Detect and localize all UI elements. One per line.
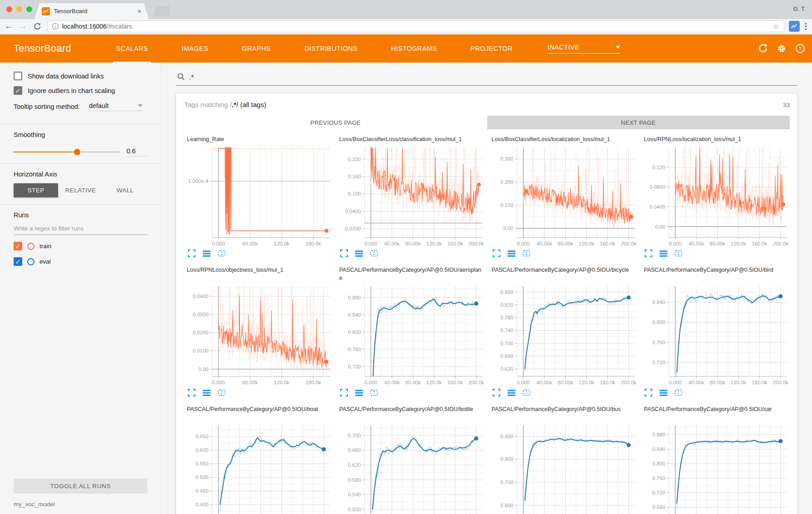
svg-text:0.840: 0.840 [348,312,361,318]
svg-text:-0.0200: -0.0200 [343,226,361,231]
extension-icon[interactable] [789,21,800,32]
close-window-button[interactable] [6,6,12,12]
axis-button-relative[interactable]: RELATIVE [58,183,103,197]
tab-histograms[interactable]: HISTOGRAMS [374,34,454,63]
run-color-swatch[interactable] [27,243,34,250]
svg-text:0.0300: 0.0300 [193,312,209,318]
fit-domain-button[interactable] [523,389,530,397]
svg-text:0.660: 0.660 [348,447,361,453]
address-bar[interactable]: i localhost:16006/#scalars ☆ [47,20,784,32]
slider-thumb[interactable] [74,149,80,155]
chart-title: PASCAL/PerformanceByCategory/AP@0.5IOU/b… [642,266,789,283]
forward-button[interactable]: → [17,22,29,31]
chart-data-button[interactable] [355,250,363,257]
expand-chart-button[interactable] [645,389,652,397]
svg-text:0.620: 0.620 [348,462,361,468]
svg-text:120.0k: 120.0k [274,241,290,246]
chart-plot[interactable]: 0.3000.2000.1000.000.00040.00k80.00k120.… [490,145,639,248]
chart-plot[interactable]: 0.9000.8000.7000.6000.00040.00k80.00k120… [490,423,639,514]
chart-plot[interactable]: 0.2200.1600.1000.0400-0.02000.00040.00k8… [338,145,486,248]
fit-domain-button[interactable] [218,250,225,257]
fit-domain-button[interactable] [218,389,225,397]
expand-chart-button[interactable] [188,250,196,257]
search-value: .* [189,73,194,81]
expand-chart-button[interactable] [493,389,500,397]
help-button[interactable]: ? [795,43,806,54]
runs-filter-input[interactable]: Write a regex to filter runs [14,225,147,235]
fit-domain-button[interactable] [370,389,378,397]
chart-plot[interactable]: 0.8800.8400.8000.7600.7200.6800.00040.00… [642,423,791,514]
scalar-chart: Loss/RPNLoss/objectness_loss/mul_1 0.040… [185,266,334,396]
tab-distributions[interactable]: DISTRIBUTIONS [288,34,374,63]
main-panel: .* Tags matching /.*/ (all tags) 33 PREV… [161,63,812,514]
chart-plot[interactable]: 1.000e-40.00060.00k120.0k180.0k [185,145,334,248]
chart-plot[interactable]: 0.8800.8400.8000.7600.7200.00040.00k80.0… [338,284,486,387]
fit-domain-button[interactable] [370,250,378,257]
ignore-outliers-checkbox[interactable]: ✓ [14,86,22,95]
smoothing-slider[interactable] [14,152,119,152]
chart-data-button[interactable] [355,389,363,397]
previous-page-button[interactable]: PREVIOUS PAGE [184,116,487,129]
fit-domain-button[interactable] [675,250,682,257]
fit-domain-button[interactable] [523,250,530,257]
chart-data-button[interactable] [508,250,515,257]
chart-plot[interactable]: 0.7000.6600.6200.5800.5400.5000.00040.00… [338,423,486,514]
svg-text:0.800: 0.800 [652,461,665,466]
svg-text:160.0k: 160.0k [600,241,616,246]
browser-tab[interactable]: TensorBoard × [34,3,149,19]
tag-search-input[interactable]: .* [176,69,797,86]
expand-chart-button[interactable] [188,389,196,397]
show-download-links-checkbox[interactable] [14,72,22,80]
browser-menu-button[interactable] [805,23,807,30]
new-tab-button[interactable] [153,6,170,16]
expand-chart-button[interactable] [340,250,348,257]
page-info-icon[interactable]: i [52,23,59,29]
runs-label: Runs [14,211,147,219]
chart-data-button[interactable] [660,250,667,257]
browser-profile-name: G. T. [793,5,806,12]
tab-close-icon[interactable]: × [137,8,142,15]
chart-plot[interactable]: 0.8600.8200.7800.7400.7000.6600.6200.000… [490,284,639,387]
bookmark-star-icon[interactable]: ☆ [773,22,779,31]
chart-plot[interactable]: 0.04000.03000.02000.01000.000.00060.00k1… [185,284,334,387]
reload-button[interactable] [32,21,43,32]
chart-data-button[interactable] [203,250,210,257]
run-color-swatch[interactable] [27,258,34,265]
chart-data-button[interactable] [508,389,515,397]
axis-button-wall[interactable]: WALL [103,183,147,197]
chart-data-button[interactable] [660,389,667,397]
svg-text:80.00k: 80.00k [710,380,726,386]
chart-data-button[interactable] [203,389,210,397]
expand-chart-button[interactable] [493,250,500,257]
back-button[interactable]: ← [3,22,15,31]
horizontal-axis-label: Horizontal Axis [14,171,147,178]
tooltip-sorting-dropdown[interactable]: default [89,102,142,111]
chart-plot[interactable]: 0.6500.6000.5500.5000.4500.4000.00040.00… [185,423,334,514]
tab-graphs[interactable]: GRAPHS [225,34,288,63]
expand-chart-button[interactable] [645,250,652,257]
inactive-dropdown[interactable]: INACTIVE [548,44,620,54]
chart-plot[interactable]: 0.8400.8000.7600.7200.00040.00k80.00k120… [642,284,791,387]
refresh-button[interactable] [758,43,768,54]
svg-text:0.880: 0.880 [348,295,361,300]
expand-chart-button[interactable] [340,389,348,397]
smoothing-value[interactable]: 0.6 [127,147,147,157]
settings-gear-icon[interactable] [776,43,787,54]
axis-button-step[interactable]: STEP [14,183,58,197]
runs-list: ✓ train ✓ eval [14,242,147,266]
url-text: localhost:16006/#scalars [62,23,769,30]
run-checkbox[interactable]: ✓ [14,242,22,250]
tab-images[interactable]: IMAGES [165,34,225,63]
tab-projector[interactable]: PROJECTOR [454,34,529,63]
fit-domain-button[interactable] [675,389,682,397]
svg-text:180.0k: 180.0k [306,380,322,386]
chart-plot[interactable]: 0.1200.08000.04000.000.00040.00k80.00k12… [642,145,791,248]
next-page-button[interactable]: NEXT PAGE [487,116,790,129]
svg-text:?: ? [799,46,802,51]
toggle-all-runs-button[interactable]: TOGGLE ALL RUNS [14,479,147,494]
svg-text:0.580: 0.580 [348,477,361,482]
tab-scalars[interactable]: SCALARS [99,34,165,63]
minimize-window-button[interactable] [16,6,22,12]
zoom-window-button[interactable] [26,6,32,12]
run-checkbox[interactable]: ✓ [14,257,22,266]
